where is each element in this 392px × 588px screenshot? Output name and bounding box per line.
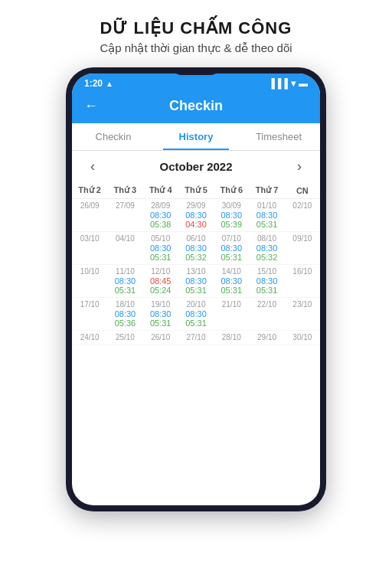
cell-checkin-time: 08:30 xyxy=(108,276,142,286)
status-time: 1:20 xyxy=(84,78,103,89)
weekday-sat: Thứ 7 xyxy=(249,182,284,199)
cell-date: 27/10 xyxy=(179,333,213,341)
table-row[interactable]: 09/10 xyxy=(285,232,320,265)
cell-date: 26/10 xyxy=(144,333,178,341)
status-right: ▐▐▐ ▾ ▬ xyxy=(268,78,308,89)
cell-checkin-time: 08:30 xyxy=(179,211,213,220)
table-row[interactable]: 07/1008:3005:31 xyxy=(214,232,249,265)
table-row[interactable]: 23/10 xyxy=(285,298,320,331)
table-row[interactable]: 10/10 xyxy=(72,265,107,298)
cell-date: 24/10 xyxy=(73,333,106,341)
table-row[interactable]: 21/10 xyxy=(214,298,249,331)
weekday-sun: CN xyxy=(285,182,320,199)
wifi-icon: ▾ xyxy=(291,78,296,89)
cell-date: 17/10 xyxy=(73,300,106,309)
calendar-nav: ‹ October 2022 › xyxy=(72,151,320,182)
table-row[interactable]: 01/1008:3005:31 xyxy=(249,199,284,232)
cell-date: 26/09 xyxy=(73,201,106,210)
cell-date: 21/10 xyxy=(214,300,248,309)
tab-timesheet[interactable]: Timesheet xyxy=(237,123,320,150)
table-row[interactable]: 14/1008:3005:31 xyxy=(214,265,249,298)
page-title: DỮ LIỆU CHẤM CÔNG xyxy=(100,18,292,38)
table-row[interactable]: 30/0908:3005:39 xyxy=(214,199,249,232)
cell-date: 07/10 xyxy=(214,234,248,243)
cell-date: 28/09 xyxy=(144,201,178,210)
table-row[interactable]: 15/1008:3005:31 xyxy=(249,265,284,298)
calendar-row: 24/1025/1026/1027/1028/1029/1030/10 xyxy=(72,331,320,345)
weekday-fri: Thứ 6 xyxy=(214,182,249,199)
cell-checkout-time: 05:31 xyxy=(108,286,142,295)
table-row[interactable]: 16/10 xyxy=(285,265,320,298)
battery-icon: ▬ xyxy=(299,78,308,89)
table-row[interactable]: 19/1008:3005:31 xyxy=(143,298,178,331)
table-row[interactable]: 04/10 xyxy=(107,232,142,265)
cell-checkout-time: 05:31 xyxy=(179,318,213,328)
page-subtitle: Cập nhật thời gian thực & dễ theo dõi xyxy=(100,41,292,55)
cell-date: 14/10 xyxy=(214,267,248,276)
prev-month-button[interactable]: ‹ xyxy=(84,157,101,176)
cell-date: 04/10 xyxy=(108,234,142,243)
table-row[interactable]: 26/09 xyxy=(72,199,107,232)
table-row[interactable]: 02/10 xyxy=(285,199,320,232)
cell-date: 12/10 xyxy=(144,267,178,276)
table-row[interactable]: 28/0908:3005:38 xyxy=(143,199,178,232)
cell-checkout-time: 05:24 xyxy=(144,286,178,295)
cell-checkin-time: 08:30 xyxy=(250,276,283,286)
cell-date: 30/09 xyxy=(214,201,248,210)
cell-date: 11/10 xyxy=(108,267,142,276)
cell-date: 01/10 xyxy=(250,201,283,210)
table-row[interactable]: 11/1008:3005:31 xyxy=(107,265,142,298)
table-row[interactable]: 26/10 xyxy=(143,331,178,345)
table-row[interactable]: 29/0908:3004:30 xyxy=(178,199,214,232)
phone-screen: 1:20 ▲ ▐▐▐ ▾ ▬ ← Checkin Checkin History… xyxy=(72,74,320,505)
cell-checkout-time: 05:39 xyxy=(214,220,248,229)
cell-checkout-time: 04:30 xyxy=(179,220,213,229)
cell-checkout-time: 05:31 xyxy=(179,286,213,295)
cell-date: 29/09 xyxy=(179,201,213,210)
app-bar: ← Checkin xyxy=(72,92,320,123)
table-row[interactable]: 05/1008:3005:31 xyxy=(143,232,178,265)
table-row[interactable]: 08/1008:3005:32 xyxy=(249,232,284,265)
cell-checkout-time: 05:38 xyxy=(144,220,178,229)
table-row[interactable]: 03/10 xyxy=(72,232,107,265)
table-row[interactable]: 24/10 xyxy=(72,331,107,345)
cell-date: 28/10 xyxy=(214,333,248,341)
table-row[interactable]: 30/10 xyxy=(285,331,320,345)
next-month-button[interactable]: › xyxy=(291,157,308,176)
calendar-month-label: October 2022 xyxy=(159,160,232,173)
table-row[interactable]: 13/1008:3005:31 xyxy=(178,265,214,298)
cell-date: 25/10 xyxy=(108,333,142,341)
cell-checkin-time: 08:30 xyxy=(108,309,142,318)
table-row[interactable]: 28/10 xyxy=(214,331,249,345)
weekday-mon: Thứ 2 xyxy=(72,182,107,199)
table-row[interactable]: 25/10 xyxy=(107,331,142,345)
table-row[interactable]: 18/1008:3005:36 xyxy=(107,298,142,331)
tab-bar: Checkin History Timesheet xyxy=(72,123,320,151)
table-row[interactable]: 22/10 xyxy=(249,298,284,331)
table-row[interactable]: 27/10 xyxy=(178,331,214,345)
cell-checkout-time: 05:36 xyxy=(108,318,142,328)
cell-checkout-time: 05:32 xyxy=(250,253,283,262)
cell-checkout-time: 05:31 xyxy=(214,253,248,262)
calendar-row: 10/1011/1008:3005:3112/1008:4505:2413/10… xyxy=(72,265,320,298)
table-row[interactable]: 29/10 xyxy=(249,331,284,345)
table-row[interactable]: 12/1008:4505:24 xyxy=(143,265,178,298)
cell-checkin-time: 08:30 xyxy=(144,211,178,220)
cell-checkin-time: 08:30 xyxy=(144,309,178,318)
back-button[interactable]: ← xyxy=(84,98,98,114)
table-row[interactable]: 27/09 xyxy=(107,199,142,232)
cell-date: 08/10 xyxy=(250,234,283,243)
tab-checkin[interactable]: Checkin xyxy=(72,123,155,150)
tab-history[interactable]: History xyxy=(155,123,237,150)
cell-date: 19/10 xyxy=(144,300,178,309)
table-row[interactable]: 20/1008:3005:31 xyxy=(178,298,214,331)
cell-date: 18/10 xyxy=(108,300,142,309)
table-row[interactable]: 06/1008:3005:32 xyxy=(178,232,214,265)
cell-date: 10/10 xyxy=(73,267,106,276)
cell-checkin-time: 08:45 xyxy=(144,276,178,286)
cell-date: 29/10 xyxy=(250,333,283,341)
weekday-thu: Thứ 5 xyxy=(178,182,214,199)
app-bar-title: Checkin xyxy=(107,98,285,114)
cell-checkout-time: 05:31 xyxy=(250,286,283,295)
table-row[interactable]: 17/10 xyxy=(72,298,107,331)
